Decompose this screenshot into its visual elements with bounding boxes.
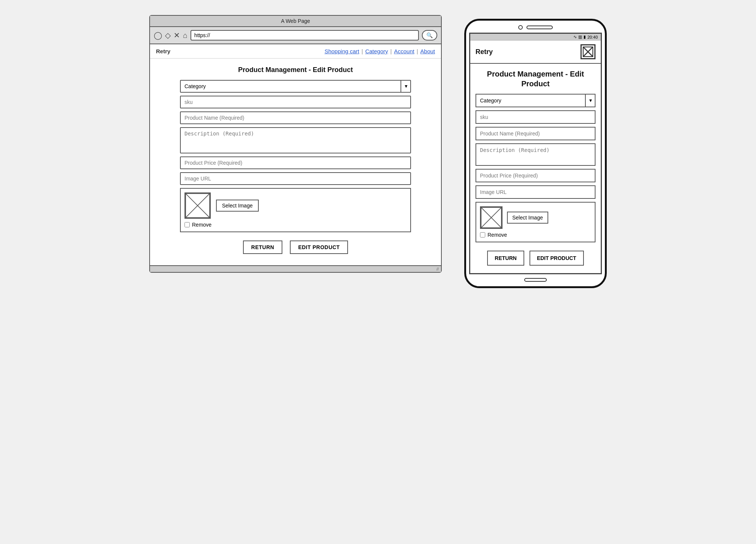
nav-link-category[interactable]: Category — [365, 48, 388, 54]
phone-content: Product Management - Edit Product Catego… — [470, 64, 601, 273]
product-price-input[interactable] — [180, 156, 411, 169]
image-preview — [184, 192, 211, 219]
page-title: Product Management - Edit Product — [180, 66, 411, 74]
phone-bottom-bar — [469, 278, 602, 282]
phone-return-button[interactable]: RETURN — [487, 251, 524, 266]
phone-speaker — [526, 26, 553, 29]
browser-nav: Retry Shopping cart | Category | Account… — [150, 44, 441, 59]
nav-links: Shopping cart | Category | Account | Abo… — [324, 48, 435, 54]
close-x-icon — [583, 47, 593, 57]
phone-image-url-input[interactable] — [476, 185, 596, 199]
phone-select-image-button[interactable]: Select Image — [507, 212, 548, 224]
browser-content: Retry Shopping cart | Category | Account… — [150, 44, 441, 265]
phone-edit-product-form: Category ▼ — [476, 94, 596, 266]
browser-statusbar: // — [150, 265, 441, 272]
nav-sep-3: | — [417, 48, 418, 54]
nav-sep-2: | — [390, 48, 392, 54]
phone-screen: ∿ ▥ ▮ 20:40 Retry Product Management - E… — [469, 33, 602, 274]
nav-link-account[interactable]: Account — [394, 48, 414, 54]
phone-remove-row: Remove — [480, 232, 591, 238]
phone-category-select-wrapper: Category ▼ — [476, 94, 596, 107]
image-row: Select Image — [184, 192, 406, 219]
battery-icon: ▮ — [584, 35, 586, 39]
edit-product-button[interactable]: EDIT PRODUCT — [290, 240, 348, 254]
nav-link-shopping-cart[interactable]: Shopping cart — [324, 48, 359, 54]
remove-row: Remove — [184, 222, 406, 228]
phone-status-icons: ∿ ▥ ▮ 20:40 — [573, 35, 598, 39]
phone-remove-label: Remove — [488, 232, 507, 238]
nav-sep-1: | — [362, 48, 363, 54]
remove-checkbox[interactable] — [184, 222, 190, 227]
remove-label: Remove — [192, 222, 212, 228]
signal-icon: ▥ — [578, 35, 582, 39]
phone-close-button[interactable] — [580, 44, 596, 59]
image-url-input[interactable] — [180, 172, 411, 185]
sku-input[interactable] — [180, 96, 411, 108]
select-image-button[interactable]: Select Image — [216, 200, 259, 212]
phone-form-buttons: RETURN EDIT PRODUCT — [476, 251, 596, 266]
phone-description-input[interactable] — [476, 143, 596, 166]
nav-brand: Retry — [156, 48, 324, 54]
phone-home-button[interactable] — [524, 278, 547, 282]
mobile-phone: ∿ ▥ ▮ 20:40 Retry Product Management - E… — [464, 19, 607, 288]
forward-icon[interactable]: ◇ — [165, 31, 171, 40]
close-icon[interactable]: ✕ — [174, 31, 180, 40]
phone-image-row: Select Image — [480, 206, 591, 229]
category-select-wrapper: Category ▼ — [180, 80, 411, 93]
phone-category-select[interactable]: Category — [476, 94, 596, 107]
browser-toolbar: ◯ ◇ ✕ ⌂ 🔍 — [150, 27, 441, 44]
phone-status-bar: ∿ ▥ ▮ 20:40 — [470, 34, 601, 41]
phone-image-preview — [480, 206, 502, 229]
phone-page-title: Product Management - Edit Product — [476, 69, 596, 89]
phone-remove-checkbox[interactable] — [480, 232, 485, 237]
phone-sku-input[interactable] — [476, 110, 596, 124]
browser-title: A Web Page — [281, 18, 310, 24]
browser-window: A Web Page ◯ ◇ ✕ ⌂ 🔍 Retry Shopping cart… — [149, 15, 442, 273]
image-section: Select Image Remove — [180, 188, 411, 232]
browser-page: Product Management - Edit Product Catego… — [150, 59, 441, 265]
nav-link-about[interactable]: About — [420, 48, 435, 54]
statusbar-text: // — [436, 267, 439, 271]
phone-app-title: Retry — [476, 48, 493, 56]
phone-image-section: Select Image Remove — [476, 202, 596, 242]
home-icon[interactable]: ⌂ — [183, 31, 188, 40]
edit-product-form: Category ▼ — [180, 80, 411, 254]
phone-edit-product-button[interactable]: EDIT PRODUCT — [530, 251, 584, 266]
phone-price-input[interactable] — [476, 169, 596, 182]
back-icon[interactable]: ◯ — [154, 31, 162, 40]
wifi-icon: ∿ — [573, 35, 577, 39]
phone-camera — [518, 25, 523, 30]
search-button[interactable]: 🔍 — [422, 30, 437, 41]
description-input[interactable] — [180, 127, 411, 153]
time-display: 20:40 — [587, 35, 598, 39]
image-x-icon — [185, 193, 210, 218]
category-select[interactable]: Category — [180, 80, 411, 93]
url-bar[interactable] — [190, 30, 419, 41]
phone-top-bar — [469, 25, 602, 30]
browser-titlebar: A Web Page — [150, 16, 441, 27]
phone-product-name-input[interactable] — [476, 127, 596, 140]
return-button[interactable]: RETURN — [243, 240, 282, 254]
phone-image-x-icon — [481, 207, 502, 228]
product-name-input[interactable] — [180, 111, 411, 124]
phone-app-header: Retry — [470, 41, 601, 64]
form-buttons: RETURN EDIT PRODUCT — [180, 240, 411, 254]
